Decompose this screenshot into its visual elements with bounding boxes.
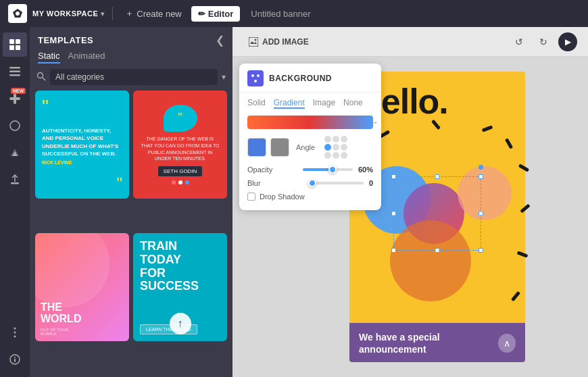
svg-point-14	[14, 332, 16, 334]
angle-dot-2[interactable]	[333, 136, 339, 143]
angle-grid	[324, 136, 347, 159]
svg-rect-3	[16, 39, 20, 44]
template-3-text: THEWORLD	[41, 301, 81, 325]
dash-3	[482, 125, 493, 132]
plus-icon: ＋	[125, 7, 134, 20]
templates-tabs: Static Animated	[30, 51, 232, 69]
select-chevron-icon: ▾	[222, 72, 226, 82]
gradient-bar[interactable]: ↔	[247, 116, 373, 129]
svg-rect-8	[9, 74, 20, 76]
sel-handle-mr[interactable]	[479, 211, 483, 216]
sidebar-item-new[interactable]: NEW	[3, 86, 27, 111]
sidebar-item-more[interactable]	[3, 320, 27, 345]
category-select[interactable]: All categories	[50, 69, 218, 85]
topbar: MY WORKSPACE ▾ ＋ Create new ✏ Editor Unt…	[0, 0, 588, 27]
add-image-button[interactable]: ADD IMAGE	[243, 34, 314, 49]
angle-dot-1[interactable]	[324, 136, 331, 143]
background-panel: BACKGROUND Solid Gradient Image None ↔ A…	[239, 64, 381, 210]
svg-point-18	[14, 357, 16, 358]
drop-shadow-label: Drop Shadow	[260, 193, 305, 201]
workspace-chevron-icon: ▾	[101, 10, 104, 18]
new-badge: NEW	[11, 88, 26, 94]
tab-animated[interactable]: Animated	[68, 51, 105, 64]
rotate-handle[interactable]	[479, 165, 483, 170]
sidebar-item-templates[interactable]	[3, 32, 27, 57]
angle-dot-4[interactable]	[324, 144, 331, 151]
main-area: NEW TEMPLATES ❮ Static Animated	[0, 27, 588, 377]
opacity-value: 60%	[358, 166, 373, 174]
color-swatches-row: Angle	[239, 132, 381, 163]
svg-rect-10	[14, 93, 16, 104]
selection-box[interactable]	[393, 176, 481, 251]
sel-handle-ml[interactable]	[391, 211, 396, 216]
sel-handle-br[interactable]	[479, 248, 483, 253]
dash-6	[520, 203, 530, 213]
svg-point-25	[254, 80, 257, 82]
svg-rect-7	[9, 71, 20, 73]
banner-chevron-icon[interactable]: ∧	[498, 334, 516, 353]
sidebar-item-brand[interactable]	[3, 141, 27, 165]
play-button[interactable]: ▶	[558, 32, 577, 51]
template-card-1[interactable]: " AUTHENTICITY, HONESTY, AND PERSONAL VO…	[35, 91, 129, 199]
panel-collapse-button[interactable]: ❮	[216, 34, 224, 47]
create-new-button[interactable]: ＋ Create new	[121, 5, 185, 22]
add-image-label: ADD IMAGE	[262, 37, 309, 47]
svg-rect-17	[14, 359, 16, 362]
editor-button[interactable]: ✏ Editor	[191, 6, 241, 22]
sidebar-item-info[interactable]	[3, 347, 27, 372]
sel-handle-tl[interactable]	[391, 174, 396, 179]
color-swatch-blue[interactable]	[247, 138, 266, 157]
bubble-quote-icon: "	[178, 111, 182, 125]
drop-shadow-checkbox[interactable]	[247, 193, 255, 201]
sidebar-item-upload[interactable]	[3, 168, 27, 192]
svg-point-15	[14, 336, 16, 338]
angle-dot-5[interactable]	[333, 144, 339, 151]
bg-tab-image[interactable]: Image	[313, 98, 335, 109]
bg-tab-none[interactable]: None	[343, 98, 363, 109]
upload-circle-icon[interactable]: ↑	[170, 313, 191, 334]
angle-dot-8[interactable]	[333, 152, 339, 159]
blur-slider[interactable]	[308, 182, 364, 184]
opacity-row: Opacity 60%	[239, 163, 381, 176]
template-card-2[interactable]: " THE DANGER OF THE WEB IS THAT YOU CAN …	[133, 91, 227, 199]
angle-dot-9[interactable]	[341, 152, 347, 159]
sidebar-item-layers[interactable]	[3, 59, 27, 84]
sel-handle-tr[interactable]	[479, 174, 483, 179]
opacity-slider[interactable]	[303, 168, 353, 171]
sidebar-item-shapes[interactable]	[3, 114, 27, 138]
opacity-label: Opacity	[247, 166, 297, 174]
svg-rect-12	[11, 182, 19, 184]
redo-button[interactable]: ↻	[534, 32, 553, 51]
angle-dot-3[interactable]	[341, 136, 347, 143]
template-card-4[interactable]: TRAINTODAYFORSUCCESS LEARN THE SERIES ↑	[133, 233, 227, 341]
document-title[interactable]: Untitled banner	[251, 9, 310, 19]
svg-rect-6	[9, 67, 20, 69]
icon-sidebar: NEW	[0, 27, 30, 377]
dot-3	[185, 180, 189, 184]
sel-handle-bm[interactable]	[435, 248, 440, 253]
tab-static[interactable]: Static	[38, 51, 60, 64]
bg-tab-solid[interactable]: Solid	[247, 98, 266, 109]
sel-handle-tm[interactable]	[435, 174, 440, 179]
svg-rect-4	[9, 45, 14, 50]
angle-dot-7[interactable]	[324, 152, 331, 159]
svg-point-24	[257, 74, 260, 77]
templates-title: TEMPLATES	[38, 35, 93, 45]
banner-bottom-text: We have a special announcement	[359, 331, 498, 355]
upload-button-wrap: ↑	[170, 313, 191, 334]
template-2-author: SETH GODIN	[158, 166, 203, 176]
svg-rect-21	[249, 37, 258, 47]
workspace-selector[interactable]: MY WORKSPACE ▾	[32, 9, 104, 18]
angle-dot-6[interactable]	[341, 144, 347, 151]
blur-label: Blur	[247, 179, 303, 187]
template-card-3[interactable]: THEWORLD OUT OF YOURBUBBLE	[35, 233, 129, 341]
drop-shadow-row: Drop Shadow	[239, 190, 381, 203]
undo-button[interactable]: ↺	[510, 32, 529, 51]
canvas-area[interactable]: BACKGROUND Solid Gradient Image None ↔ A…	[232, 57, 588, 377]
bg-tab-gradient[interactable]: Gradient	[274, 98, 305, 109]
bg-panel-title: BACKGROUND	[269, 74, 332, 83]
sel-handle-bl[interactable]	[391, 248, 396, 253]
quote-mark-bottom: "	[116, 176, 122, 192]
svg-point-11	[10, 121, 20, 130]
color-swatch-gray[interactable]	[270, 138, 289, 157]
